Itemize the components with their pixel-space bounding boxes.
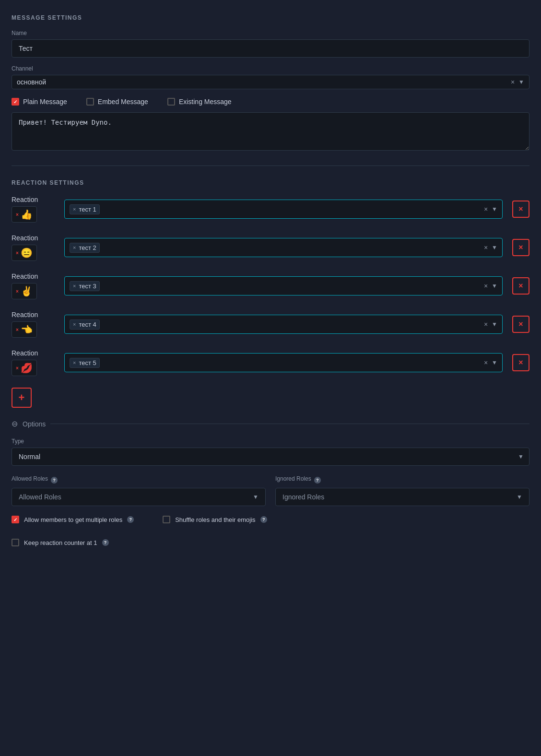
allowed-roles-label: Allowed Roles [12, 475, 48, 482]
options-section: ⊖ Options Type Normal Unique Binding Rev… [12, 419, 529, 546]
channel-select[interactable]: основной × ▼ [12, 75, 529, 89]
allowed-roles-help-icon[interactable]: ? [51, 477, 58, 484]
roles-clear-4[interactable]: × [484, 320, 488, 328]
reaction-row-3: Reaction × ✌ × тест 3 × ▼ × [12, 272, 529, 299]
keep-counter-row: Keep reaction counter at 1 ? [12, 539, 529, 546]
roles-chevron-1[interactable]: ▼ [492, 206, 497, 213]
role-tag-value-3: тест 3 [79, 283, 96, 290]
allowed-roles-placeholder: Allowed Roles [19, 493, 253, 501]
keep-counter-help-icon[interactable]: ? [102, 539, 109, 546]
reaction-emoji-remove-4[interactable]: × [16, 327, 19, 332]
role-tag-remove-4[interactable]: × [73, 321, 76, 327]
roles-clear-1[interactable]: × [484, 205, 488, 213]
reaction-emoji-2: 😑 [21, 247, 33, 259]
roles-row: Allowed Roles ? Allowed Roles ▼ Ignored … [12, 475, 529, 506]
role-tag-value-2: тест 2 [79, 244, 96, 251]
reaction-settings-section: REACTION SETTINGS Reaction × 👍 × тест 1 … [12, 179, 529, 408]
roles-chevron-3[interactable]: ▼ [492, 283, 497, 289]
shuffle-roles-checkbox[interactable] [163, 516, 170, 523]
channel-label: Channel [12, 65, 529, 72]
roles-chevron-4[interactable]: ▼ [492, 321, 497, 328]
reaction-row-4: Reaction × 👈 × тест 4 × ▼ × [12, 311, 529, 338]
message-settings-section: MESSAGE SETTINGS Name Channel основной ×… [12, 14, 529, 152]
options-header: ⊖ Options [12, 419, 529, 428]
reaction-emoji-box-4: × 👈 [12, 321, 37, 338]
type-label: Type [12, 438, 529, 445]
existing-radio[interactable] [167, 98, 175, 106]
reaction-emoji-remove-5[interactable]: × [16, 366, 19, 371]
delete-reaction-2[interactable]: × [512, 239, 529, 256]
role-tag-value-1: тест 1 [79, 206, 96, 213]
channel-clear-icon[interactable]: × [511, 78, 515, 86]
role-tag-remove-2[interactable]: × [73, 245, 76, 250]
ignored-roles-help-icon[interactable]: ? [314, 477, 321, 484]
reaction-label-2: Reaction [12, 234, 55, 242]
reaction-emoji-5: 💋 [21, 362, 33, 374]
reaction-emoji-3: ✌ [21, 285, 33, 297]
delete-reaction-4[interactable]: × [512, 316, 529, 333]
reaction-emoji-remove-2[interactable]: × [16, 250, 19, 256]
channel-value: основной [17, 78, 511, 86]
type-select[interactable]: Normal Unique Binding Reversed Verify [12, 448, 529, 466]
allow-multiple-label: Allow members to get multiple roles [24, 516, 122, 523]
message-type-plain[interactable]: Plain Message [12, 98, 67, 106]
roles-chevron-2[interactable]: ▼ [492, 244, 497, 251]
shuffle-roles-help-icon[interactable]: ? [260, 516, 267, 523]
reaction-role-tag-3: × тест 3 [70, 281, 100, 291]
reaction-settings-title: REACTION SETTINGS [12, 179, 529, 186]
shuffle-roles-label: Shuffle roles and their emojis [175, 516, 255, 523]
reaction-roles-wrapper-5[interactable]: × тест 5 × ▼ [64, 353, 503, 372]
message-type-existing[interactable]: Existing Message [167, 98, 232, 106]
reaction-role-tag-1: × тест 1 [70, 204, 100, 214]
role-tag-remove-1[interactable]: × [73, 206, 76, 212]
name-input[interactable] [12, 39, 529, 58]
reaction-emoji-remove-3[interactable]: × [16, 289, 19, 294]
options-toggle-icon[interactable]: ⊖ [12, 419, 18, 428]
name-label: Name [12, 30, 529, 36]
message-textarea[interactable]: Привет! Тестируем Dyno. [12, 112, 529, 151]
reaction-role-tag-2: × тест 2 [70, 243, 100, 253]
reaction-label-4: Reaction [12, 311, 55, 319]
roles-clear-2[interactable]: × [484, 244, 488, 251]
allowed-roles-dropdown[interactable]: Allowed Roles ▼ [12, 488, 266, 506]
reaction-roles-wrapper-3[interactable]: × тест 3 × ▼ [64, 276, 503, 295]
roles-clear-3[interactable]: × [484, 282, 488, 290]
add-reaction-button[interactable]: + [12, 388, 32, 408]
delete-reaction-5[interactable]: × [512, 354, 529, 371]
message-type-embed[interactable]: Embed Message [86, 98, 148, 106]
keep-counter-label: Keep reaction counter at 1 [24, 539, 97, 546]
reaction-row-5: Reaction × 💋 × тест 5 × ▼ × [12, 349, 529, 376]
roles-chevron-5[interactable]: ▼ [492, 359, 497, 366]
reaction-roles-wrapper-1[interactable]: × тест 1 × ▼ [64, 200, 503, 219]
type-select-wrapper: Normal Unique Binding Reversed Verify ▼ [12, 448, 529, 466]
embed-radio[interactable] [86, 98, 94, 106]
role-tag-remove-5[interactable]: × [73, 360, 76, 366]
ignored-roles-arrow-icon: ▼ [517, 494, 522, 500]
channel-chevron-icon: ▼ [518, 79, 524, 85]
role-tag-remove-3[interactable]: × [73, 283, 76, 289]
existing-label: Existing Message [179, 98, 232, 106]
roles-clear-5[interactable]: × [484, 359, 488, 366]
allow-multiple-help-icon[interactable]: ? [127, 516, 134, 523]
reaction-roles-wrapper-4[interactable]: × тест 4 × ▼ [64, 315, 503, 334]
delete-reaction-1[interactable]: × [512, 201, 529, 218]
allow-multiple-checkbox[interactable] [12, 516, 19, 523]
keep-counter-checkbox[interactable] [12, 539, 19, 546]
delete-reaction-3[interactable]: × [512, 277, 529, 295]
options-label: Options [23, 420, 46, 428]
reaction-emoji-remove-1[interactable]: × [16, 212, 19, 217]
options-divider [50, 424, 529, 424]
allow-multiple-row: Allow members to get multiple roles ? [12, 516, 134, 523]
plain-label: Plain Message [23, 98, 67, 106]
ignored-roles-dropdown[interactable]: Ignored Roles ▼ [275, 488, 529, 506]
plain-radio[interactable] [12, 98, 19, 106]
reaction-role-tag-4: × тест 4 [70, 319, 100, 330]
reaction-label-5: Reaction [12, 349, 55, 357]
reaction-emoji-box-3: × ✌ [12, 283, 37, 299]
reaction-roles-wrapper-2[interactable]: × тест 2 × ▼ [64, 238, 503, 257]
message-type-row: Plain Message Embed Message Existing Mes… [12, 98, 529, 106]
reaction-label-1: Reaction [12, 196, 55, 203]
shuffle-roles-row: Shuffle roles and their emojis ? [163, 516, 267, 523]
reaction-emoji-box-5: × 💋 [12, 360, 37, 376]
message-settings-title: MESSAGE SETTINGS [12, 14, 529, 21]
